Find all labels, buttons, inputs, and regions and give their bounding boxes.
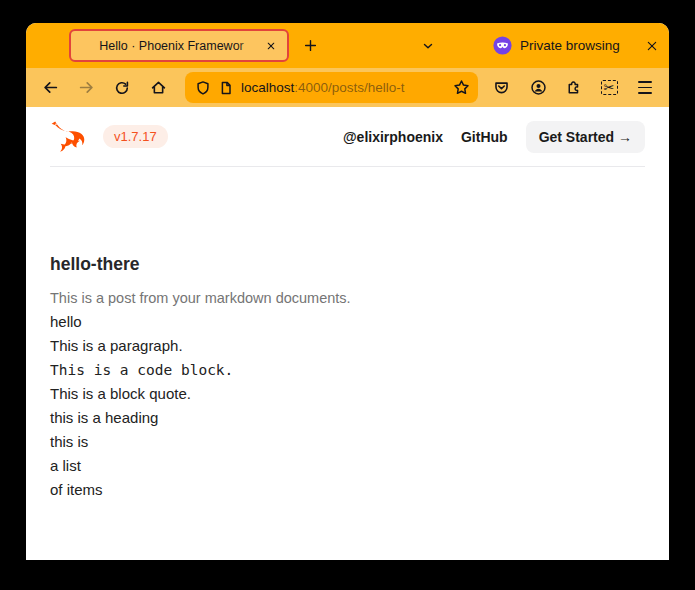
post-line: This is a block quote. — [50, 382, 645, 406]
pocket-button[interactable] — [487, 74, 515, 102]
post-line-code: This is a code block. — [50, 358, 645, 382]
bookmark-star-icon[interactable] — [453, 79, 470, 96]
post-title: hello-there — [50, 252, 645, 276]
active-tab[interactable]: Hello · Phoenix Framewor — [69, 29, 289, 62]
link-elixirphoenix[interactable]: @elixirphoenix — [343, 129, 443, 145]
back-button[interactable] — [36, 74, 64, 102]
reload-button[interactable] — [108, 74, 136, 102]
url-text[interactable]: localhost:4000/posts/hello-t — [241, 80, 446, 95]
close-icon — [645, 39, 659, 53]
plus-icon — [303, 38, 318, 53]
shield-icon[interactable] — [195, 80, 211, 96]
tab-strip: Hello · Phoenix Framewor Private browsin… — [26, 23, 669, 68]
private-browsing-badge: Private browsing — [493, 23, 620, 68]
page-info-icon[interactable] — [218, 80, 234, 96]
desktop: { "colors": { "tab_bar": "#ffad00", "too… — [0, 0, 695, 590]
post-line: This is a paragraph. — [50, 334, 645, 358]
menu-button[interactable] — [631, 74, 659, 102]
back-arrow-icon — [42, 79, 59, 96]
private-browsing-label: Private browsing — [520, 38, 620, 53]
brand: v1.7.17 — [50, 120, 168, 153]
post-line: of items — [50, 478, 645, 502]
tab-close-icon[interactable] — [262, 37, 280, 55]
forward-arrow-icon — [78, 79, 95, 96]
header-nav: @elixirphoenix GitHub Get Started → — [343, 121, 645, 153]
window-close-button[interactable] — [638, 32, 666, 60]
post-line: hello — [50, 310, 645, 334]
home-button[interactable] — [144, 74, 172, 102]
account-icon — [530, 79, 547, 96]
pocket-icon — [493, 79, 510, 96]
screenshot-scissors-icon: ✂ — [601, 80, 618, 95]
tab-title: Hello · Phoenix Framewor — [81, 39, 262, 53]
url-host: localhost — [241, 80, 294, 95]
browser-window: Hello · Phoenix Framewor Private browsin… — [26, 23, 669, 560]
puzzle-icon — [565, 79, 582, 96]
site-header: v1.7.17 @elixirphoenix GitHub Get Starte… — [50, 107, 645, 167]
list-tabs-button[interactable] — [414, 32, 442, 60]
post-subtitle: This is a post from your markdown docume… — [50, 286, 645, 310]
forward-button[interactable] — [72, 74, 100, 102]
post-line: this is — [50, 430, 645, 454]
private-mask-icon — [493, 36, 512, 55]
new-tab-button[interactable] — [296, 32, 324, 60]
phoenix-logo-icon[interactable] — [50, 120, 89, 153]
screenshot-button[interactable]: ✂ — [595, 74, 623, 102]
url-bar[interactable]: localhost:4000/posts/hello-t — [185, 72, 478, 103]
reload-icon — [114, 80, 130, 96]
account-button[interactable] — [524, 74, 552, 102]
version-badge: v1.7.17 — [103, 125, 168, 148]
home-icon — [150, 79, 167, 96]
post-line: this is a heading — [50, 406, 645, 430]
chevron-down-icon — [421, 39, 435, 53]
link-github[interactable]: GitHub — [461, 129, 508, 145]
post-content: hello-there This is a post from your mar… — [26, 167, 669, 502]
extensions-button[interactable] — [559, 74, 587, 102]
web-page: v1.7.17 @elixirphoenix GitHub Get Starte… — [26, 107, 669, 560]
get-started-button[interactable]: Get Started → — [526, 121, 645, 153]
post-line: a list — [50, 454, 645, 478]
hamburger-icon — [638, 81, 652, 93]
url-path: :4000/posts/hello-t — [294, 80, 404, 95]
navigation-toolbar: localhost:4000/posts/hello-t ✂ — [26, 68, 669, 107]
